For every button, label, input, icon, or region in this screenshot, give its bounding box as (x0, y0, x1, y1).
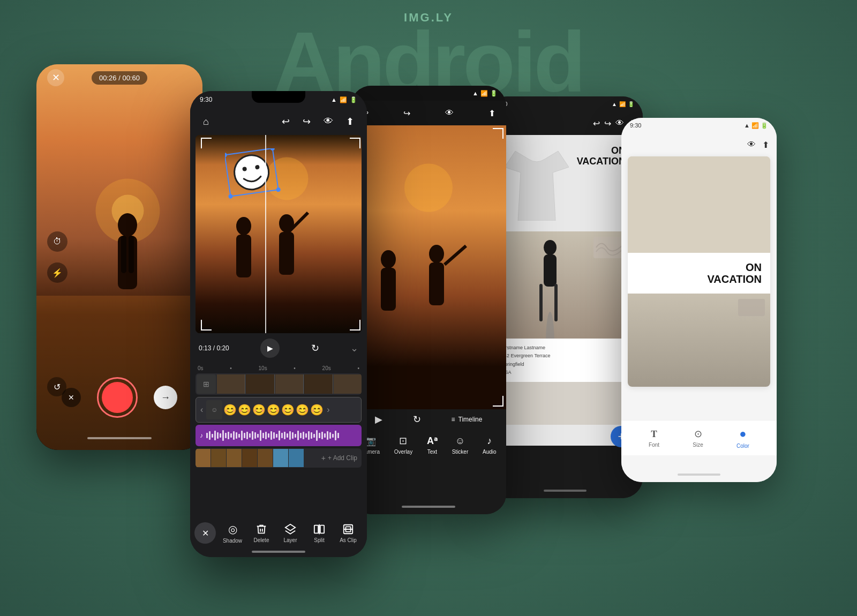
track-thumbnail: ⊞ (197, 374, 216, 394)
status-bar: 9:30 ▲ 📶 🔋 (621, 118, 777, 133)
smiley-sticker-svg (225, 148, 284, 199)
tool-size[interactable]: ⊙ Size (693, 428, 703, 448)
svg-point-26 (228, 194, 233, 199)
preview-icon[interactable]: 👁 (319, 111, 337, 132)
video-main-track: ⊞ (196, 373, 362, 395)
svg-rect-70 (311, 432, 312, 439)
svg-rect-101 (628, 156, 770, 253)
play-button[interactable]: ▶ (260, 339, 280, 358)
tool-overlay[interactable]: ⊡ Overlay (394, 435, 412, 455)
card-image-section (628, 294, 770, 387)
refresh-button[interactable]: ↺ (47, 377, 66, 396)
svg-rect-56 (273, 432, 275, 439)
status-icons: ▲ 📶 🔋 (612, 101, 634, 107)
svg-point-96 (544, 240, 557, 255)
split-icon (313, 523, 325, 535)
film-strip (217, 374, 362, 394)
audio-waveform (206, 430, 357, 441)
editor-toolbar: ✕ ◎ Shadow Delete (190, 509, 367, 557)
preview-icon[interactable]: 👁 (442, 105, 457, 121)
tool-audio[interactable]: ♪ Audio (483, 435, 497, 455)
svg-point-10 (236, 217, 251, 235)
redo-icon[interactable]: ↪ (604, 118, 611, 129)
svg-rect-31 (206, 433, 208, 438)
toolbar-close-button[interactable]: ✕ (194, 522, 216, 544)
svg-rect-3 (36, 296, 202, 450)
svg-rect-62 (289, 431, 291, 440)
tool-font[interactable]: 𝐓 Font (649, 429, 659, 448)
svg-rect-20 (201, 329, 212, 330)
track-scroll-right[interactable]: › (325, 405, 332, 415)
svg-rect-15 (201, 138, 202, 148)
svg-rect-37 (222, 430, 224, 441)
preview-icon[interactable]: 👁 (747, 140, 756, 149)
loop-button[interactable]: ↻ (413, 414, 421, 425)
svg-rect-21 (350, 329, 360, 330)
share-icon[interactable]: ⬆ (762, 140, 769, 150)
text-nav-bar: 👁 ⬆ (621, 133, 777, 156)
play-button[interactable]: ▶ (375, 414, 382, 425)
wave-decoration (593, 237, 626, 258)
tool-text[interactable]: Aᵃ Text (427, 435, 438, 455)
card-title-line2: VACATION (577, 156, 626, 167)
svg-rect-40 (230, 433, 232, 438)
expand-button[interactable]: ⌄ (350, 342, 358, 354)
phone-design-editor: 9:30 ▲ 📶 🔋 ⌂ ↩ ↪ 👁 ⬆ (487, 96, 643, 498)
svg-rect-54 (268, 433, 269, 438)
toolbar-layer[interactable]: Layer (276, 523, 305, 543)
status-time: 9:30 (200, 96, 212, 103)
close-button[interactable]: ✕ (47, 69, 64, 86)
side-controls: ⏱ ⚡ (47, 231, 67, 283)
tool-color[interactable]: ● Color (736, 427, 749, 449)
svg-rect-34 (214, 431, 216, 440)
home-icon[interactable]: ⌂ (199, 112, 213, 132)
svg-point-27 (276, 187, 281, 192)
phone-photo-editor: ▲ 📶 🔋 ↩ ↪ 👁 ⬆ (351, 86, 506, 514)
design-canvas: ON VACATION (494, 135, 636, 446)
svg-rect-50 (257, 434, 259, 438)
speed-button[interactable]: ⚡ (47, 262, 67, 283)
toolbar-shadow[interactable]: ◎ Shadow (218, 523, 247, 544)
add-clip-button[interactable]: + + Add Clip (317, 454, 362, 462)
next-button[interactable]: → (154, 386, 177, 409)
undo-icon[interactable]: ↩ (593, 118, 600, 129)
undo-icon[interactable]: ↩ (277, 111, 294, 132)
status-bar: ▲ 📶 🔋 (351, 86, 506, 101)
svg-rect-11 (236, 235, 251, 277)
nav-bar: ⌂ ↩ ↪ 👁 ⬆ (190, 108, 367, 135)
svg-rect-46 (246, 432, 248, 439)
record-button[interactable] (97, 377, 138, 418)
timeline-ruler: 0s • 10s • 20s • (196, 365, 362, 371)
toolbar-delete[interactable]: Delete (247, 523, 276, 543)
svg-rect-69 (308, 431, 310, 440)
loop-button[interactable]: ↻ (311, 342, 319, 354)
toolbar-as-clip[interactable]: As Clip (334, 523, 363, 543)
share-icon[interactable]: ⬆ (342, 111, 358, 132)
share-icon[interactable]: ⬆ (485, 105, 499, 122)
clip-track: + + Add Clip (196, 448, 362, 468)
svg-rect-78 (332, 434, 334, 438)
audio-track: ♪ (196, 425, 362, 446)
home-indicator (544, 490, 587, 492)
svg-rect-59 (281, 433, 283, 438)
svg-rect-5 (118, 236, 137, 289)
video-preview (196, 135, 362, 333)
timeline-button[interactable]: ≡ Timeline (452, 416, 483, 423)
timer-button[interactable]: ⏱ (47, 231, 67, 252)
track-scroll-left[interactable]: ‹ (198, 405, 205, 415)
svg-rect-58 (279, 431, 280, 440)
svg-rect-41 (233, 431, 235, 440)
svg-rect-60 (284, 432, 285, 439)
svg-rect-19 (201, 320, 202, 330)
tool-sticker[interactable]: ☺ Sticker (452, 435, 469, 455)
redo-icon[interactable]: ↪ (298, 111, 315, 132)
recording-screen: ✕ 00:26 / 00:60 ⏱ ⚡ ✕ → ↺ (36, 64, 202, 450)
redo-icon[interactable]: ↪ (400, 105, 414, 122)
delete-icon (255, 523, 267, 535)
svg-rect-18 (359, 138, 360, 148)
address-section: Firstname Lastname 742 Evergreen Terrace… (494, 339, 636, 382)
svg-rect-77 (329, 432, 331, 439)
sticker-overlay[interactable] (225, 148, 284, 199)
time-display: 0:13 / 0:20 (199, 344, 229, 352)
toolbar-split[interactable]: Split (305, 523, 334, 543)
